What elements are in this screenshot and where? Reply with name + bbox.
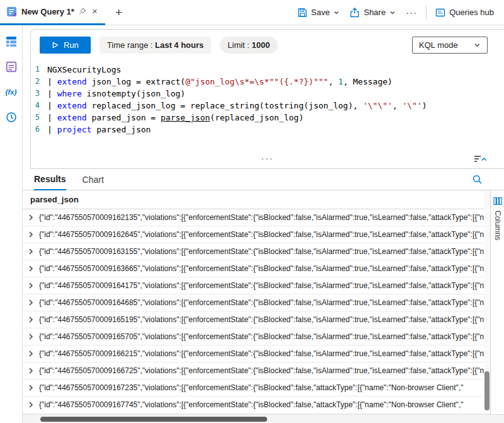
tab-new-query[interactable]: New Query 1* ✕ [0, 0, 105, 25]
editor-splitter: ··· [31, 153, 504, 168]
expand-chevron-icon[interactable] [28, 316, 34, 323]
table-row[interactable]: {"id":"4467550570009162135","violations"… [23, 209, 484, 226]
horizontal-scrollbar-thumb[interactable] [40, 417, 267, 422]
table-row[interactable]: {"id":"4467550570009166725","violations"… [23, 362, 484, 380]
code-text: | extend parsed_json = parse_json(replac… [47, 112, 304, 124]
topbar: New Query 1* ✕ + Save Share [0, 0, 504, 25]
chevron-down-icon[interactable] [333, 9, 340, 16]
table-row[interactable]: {"id":"4467550570009167745","violations"… [23, 397, 484, 414]
results-panel: Results Chart parsed_json {"id":"4467550… [23, 169, 504, 423]
code-editor[interactable]: 1NGXSecurityLogs2| extend json_log = ext… [31, 60, 504, 153]
more-button[interactable]: ··· [401, 4, 422, 21]
play-icon [52, 42, 59, 49]
limit-pill[interactable]: Limit : 1000 [220, 37, 277, 54]
row-json-text: {"id":"4467550570009165705","violations"… [39, 332, 484, 341]
row-json-text: {"id":"4467550570009167745","violations"… [39, 400, 484, 409]
expand-chevron-icon[interactable] [28, 282, 34, 289]
row-json-text: {"id":"4467550570009163665","violations"… [39, 264, 484, 273]
pin-icon[interactable] [79, 8, 86, 15]
expand-chevron-icon[interactable] [28, 351, 34, 357]
code-text: | extend replaced_json_log = replace_str… [47, 100, 427, 112]
save-button[interactable]: Save [292, 4, 345, 21]
table-row[interactable]: {"id":"4467550570009164685","violations"… [23, 294, 484, 311]
divider [426, 6, 427, 20]
row-json-text: {"id":"4467550570009166725","violations"… [39, 366, 484, 375]
sidebar-item-tables[interactable] [5, 35, 18, 48]
code-line[interactable]: 3| where isnotempty(json_log) [31, 88, 504, 100]
search-results-button[interactable] [472, 174, 483, 185]
functions-icon: {fx} [5, 88, 16, 96]
line-number: 3 [31, 88, 47, 100]
table-row[interactable]: {"id":"4467550570009163155","violations"… [23, 243, 484, 260]
row-json-text: {"id":"4467550570009163155","violations"… [39, 247, 484, 256]
expand-chevron-icon[interactable] [28, 231, 34, 238]
table-row[interactable]: {"id":"4467550570009167235","violations"… [23, 380, 484, 397]
code-text: | project parsed_json [47, 124, 151, 136]
row-json-text: {"id":"4467550570009162645","violations"… [39, 230, 484, 239]
code-line[interactable]: 5| extend parsed_json = parse_json(repla… [31, 112, 504, 124]
code-line[interactable]: 2| extend json_log = extract(@"json_log\… [31, 76, 504, 88]
collapse-editor-icon [474, 154, 486, 163]
horizontal-scrollbar[interactable] [23, 414, 504, 423]
code-text: NGXSecurityLogs [47, 64, 121, 76]
expand-chevron-icon[interactable] [28, 299, 34, 306]
sidebar-item-history[interactable] [5, 111, 18, 124]
expand-chevron-icon[interactable] [28, 333, 34, 340]
table-row[interactable]: {"id":"4467550570009164175","violations"… [23, 277, 484, 294]
expand-chevron-icon[interactable] [28, 214, 34, 221]
row-json-text: {"id":"4467550570009164685","violations"… [39, 298, 484, 307]
column-header-parsed-json[interactable]: parsed_json [23, 190, 484, 209]
code-text: | extend json_log = extract(@"json_log\s… [47, 76, 392, 88]
expand-chevron-icon[interactable] [28, 368, 34, 374]
splitter-handle[interactable]: ··· [261, 153, 274, 163]
code-line[interactable]: 6| project parsed_json [31, 124, 504, 136]
limit-label: Limit : [227, 40, 249, 50]
columns-pane-tab[interactable]: Columns [490, 190, 504, 414]
time-range-label: Time range : [107, 40, 153, 50]
columns-pane-label: Columns [493, 211, 502, 240]
kql-mode-select[interactable]: KQL mode [412, 37, 488, 54]
new-tab-button[interactable]: + [115, 6, 122, 18]
query-editor-panel: Run Time range : Last 4 hours Limit : 10… [30, 29, 504, 169]
run-button[interactable]: Run [40, 37, 91, 54]
queries-hub-button[interactable]: Queries hub [430, 4, 499, 21]
vertical-scrollbar[interactable] [484, 190, 490, 414]
line-number: 1 [31, 64, 47, 76]
sidebar-item-queries[interactable] [5, 61, 18, 73]
kql-mode-label: KQL mode [419, 40, 458, 50]
code-line[interactable]: 4| extend replaced_json_log = replace_st… [31, 100, 504, 112]
grid-rows: {"id":"4467550570009162135","violations"… [23, 209, 484, 414]
table-row[interactable]: {"id":"4467550570009163665","violations"… [23, 260, 484, 277]
columns-icon [493, 197, 502, 206]
tab-chart[interactable]: Chart [83, 169, 104, 190]
collapse-editor-button[interactable] [474, 154, 486, 163]
share-button[interactable]: Share [345, 4, 401, 21]
time-range-picker[interactable]: Time range : Last 4 hours [100, 37, 211, 54]
tab-strip: New Query 1* ✕ + [0, 0, 122, 25]
tab-results[interactable]: Results [34, 169, 66, 190]
expand-chevron-icon[interactable] [28, 248, 34, 255]
table-row[interactable]: {"id":"4467550570009165195","violations"… [23, 311, 484, 328]
table-row[interactable]: {"id":"4467550570009162645","violations"… [23, 226, 484, 243]
time-range-value: Last 4 hours [155, 40, 203, 50]
expand-chevron-icon[interactable] [28, 402, 34, 408]
share-icon [350, 8, 360, 18]
chevron-down-icon[interactable] [389, 9, 396, 16]
search-icon [472, 174, 483, 185]
sidebar: {fx} [0, 25, 23, 423]
sidebar-item-functions[interactable]: {fx} [5, 86, 18, 98]
table-row[interactable]: {"id":"4467550570009165705","violations"… [23, 328, 484, 345]
close-icon[interactable]: ✕ [91, 8, 99, 16]
code-line[interactable]: 1NGXSecurityLogs [31, 64, 504, 76]
code-text: | where isnotempty(json_log) [47, 88, 185, 100]
row-json-text: {"id":"4467550570009162135","violations"… [39, 213, 484, 222]
vertical-scrollbar-thumb[interactable] [484, 371, 490, 410]
results-grid: parsed_json {"id":"4467550570009162135",… [23, 190, 484, 414]
expand-chevron-icon[interactable] [28, 385, 34, 391]
query-toolbar: Run Time range : Last 4 hours Limit : 10… [31, 30, 504, 60]
expand-chevron-icon[interactable] [28, 265, 34, 272]
table-row[interactable]: {"id":"4467550570009166215","violations"… [23, 345, 484, 362]
code-lines: 1NGXSecurityLogs2| extend json_log = ext… [31, 64, 504, 136]
line-number: 4 [31, 100, 47, 112]
line-number: 2 [31, 76, 47, 88]
